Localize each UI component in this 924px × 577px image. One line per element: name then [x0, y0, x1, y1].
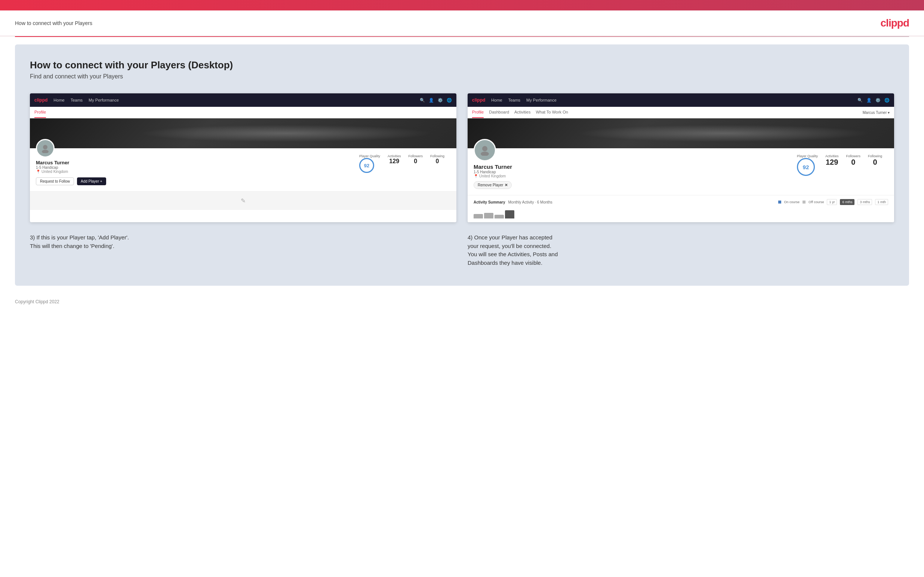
chart-bar-3 [494, 215, 504, 219]
activity-summary-bar: Activity Summary Monthly Activity · 6 Mo… [468, 195, 894, 222]
left-app-nav: clippd Home Teams My Performance 🔍 👤 ⚙️ … [30, 93, 456, 107]
edit-icon: ✎ [241, 197, 246, 204]
right-app-nav: clippd Home Teams My Performance 🔍 👤 ⚙️ … [468, 93, 894, 107]
left-description-text: 3) If this is your Player tap, 'Add Play… [30, 234, 129, 249]
chart-bar-1 [473, 214, 483, 219]
right-profile-section: Marcus Turner 1-5 Handicap 📍 United King… [468, 148, 894, 195]
right-nav-home[interactable]: Home [491, 98, 502, 102]
top-bar [0, 0, 924, 10]
remove-player-x-icon: ✕ [505, 183, 507, 187]
right-stats-row: Player Quality 92 Activities 129 Followe… [797, 154, 882, 176]
off-course-dot [803, 201, 806, 203]
right-description-text: 4) Once your Player has acceptedyour req… [468, 234, 558, 266]
off-course-label: Off course [809, 200, 824, 204]
on-course-label: On course [784, 200, 800, 204]
left-profile-section: Marcus Turner 1-5 Handicap 📍 United King… [30, 148, 456, 191]
copyright-text: Copyright Clippd 2022 [15, 299, 60, 305]
add-player-button[interactable]: Add Player + [77, 177, 106, 185]
left-nav-teams[interactable]: Teams [71, 98, 82, 102]
location-icon: 📍 [36, 169, 40, 174]
divider [15, 36, 909, 37]
time-btn-1mth[interactable]: 1 mth [875, 199, 888, 205]
left-profile-name: Marcus Turner [36, 160, 106, 166]
right-nav-teams[interactable]: Teams [508, 98, 520, 102]
right-quality-circle: 92 [797, 158, 815, 176]
page-heading: How to connect with your Players (Deskto… [30, 60, 894, 71]
right-tab-dashboard[interactable]: Dashboard [489, 107, 509, 118]
activity-legend: On course Off course [778, 200, 824, 204]
left-avatar [36, 139, 55, 158]
time-btn-6mths[interactable]: 6 mths [840, 199, 855, 205]
left-description: 3) If this is your Player tap, 'Add Play… [30, 234, 456, 267]
left-profile-location: 📍 United Kingdom [36, 169, 106, 174]
logo: clippd [880, 17, 909, 29]
right-profile-handicap: 1-5 Handicap [473, 170, 512, 174]
right-profile-icon[interactable]: 👤 [866, 98, 872, 103]
activity-summary-subtitle: Monthly Activity · 6 Months [508, 200, 552, 204]
settings-icon[interactable]: ⚙️ [438, 98, 443, 103]
left-quality-circle: 92 [359, 158, 374, 173]
chart-bar-2 [484, 213, 493, 219]
right-search-icon[interactable]: 🔍 [858, 98, 863, 103]
right-profile-name: Marcus Turner [473, 164, 512, 170]
time-btn-1yr[interactable]: 1 yr [827, 199, 837, 205]
right-tab-profile[interactable]: Profile [472, 107, 484, 118]
left-stat-activities: Activities 129 [388, 154, 401, 165]
right-tab-activities[interactable]: Activities [514, 107, 530, 118]
activity-controls: On course Off course 1 yr 6 mths 3 mths … [778, 199, 888, 205]
right-nav-myperformance[interactable]: My Performance [526, 98, 557, 102]
left-tab-profile[interactable]: Profile [34, 107, 46, 118]
right-nav-icons: 🔍 👤 ⚙️ 🌐 [858, 98, 890, 103]
right-profile-location: 📍 United Kingdom [473, 174, 512, 178]
svg-point-2 [482, 146, 488, 151]
left-nav-logo: clippd [34, 97, 47, 103]
left-nav-myperformance[interactable]: My Performance [89, 98, 119, 102]
activity-chart [473, 207, 888, 219]
right-avatar [473, 139, 496, 161]
page-subheading: Find and connect with your Players [30, 73, 894, 80]
chart-bar-4 [505, 210, 514, 219]
right-app-tabs: Profile Dashboard Activities What To Wor… [468, 107, 894, 118]
header: How to connect with your Players clippd [0, 10, 924, 36]
svg-point-3 [481, 152, 489, 156]
right-stat-followers: Followers 0 [846, 154, 861, 166]
left-banner-image [30, 118, 456, 148]
profile-icon[interactable]: 👤 [429, 98, 434, 103]
search-icon[interactable]: 🔍 [420, 98, 425, 103]
activity-summary-header: Activity Summary Monthly Activity · 6 Mo… [473, 199, 888, 205]
right-stat-following: Following 0 [868, 154, 882, 166]
screenshots-row: clippd Home Teams My Performance 🔍 👤 ⚙️ … [30, 93, 894, 222]
left-profile-handicap: 1-5 Handicap [36, 166, 106, 169]
right-settings-icon[interactable]: ⚙️ [876, 98, 880, 103]
activity-summary-title: Activity Summary [473, 200, 505, 204]
right-profile-dropdown[interactable]: Marcus Turner ▾ [863, 111, 890, 114]
globe-icon[interactable]: 🌐 [447, 98, 452, 103]
breadcrumb: How to connect with your Players [15, 20, 92, 26]
on-course-dot [778, 201, 781, 203]
right-tab-whattoworkon[interactable]: What To Work On [536, 107, 568, 118]
remove-player-button[interactable]: Remove Player ✕ [473, 181, 512, 189]
right-location-icon: 📍 [473, 174, 478, 178]
main-content: How to connect with your Players (Deskto… [15, 44, 909, 286]
left-stat-quality: Player Quality 92 [359, 154, 380, 173]
left-stat-following: Following 0 [430, 154, 444, 165]
right-description: 4) Once your Player has acceptedyour req… [468, 234, 894, 267]
svg-point-0 [43, 145, 47, 149]
footer: Copyright Clippd 2022 [0, 293, 924, 310]
left-stats-row: Player Quality 92 Activities 129 Followe… [359, 154, 444, 173]
remove-player-label: Remove Player [478, 183, 503, 187]
right-screenshot: clippd Home Teams My Performance 🔍 👤 ⚙️ … [468, 93, 894, 222]
left-profile-banner [30, 118, 456, 148]
left-nav-home[interactable]: Home [53, 98, 64, 102]
request-to-follow-button[interactable]: Request to Follow [36, 177, 74, 185]
left-nav-icons: 🔍 👤 ⚙️ 🌐 [420, 98, 452, 103]
right-profile-banner [468, 118, 894, 148]
left-app-tabs: Profile [30, 107, 456, 118]
right-tabs-list: Profile Dashboard Activities What To Wor… [472, 107, 568, 118]
time-btn-3mths[interactable]: 3 mths [858, 199, 872, 205]
right-stat-quality: Player Quality 92 [797, 154, 818, 176]
right-globe-icon[interactable]: 🌐 [884, 98, 890, 103]
left-screenshot-bottom: ✎ [30, 191, 456, 210]
right-banner-image [468, 118, 894, 148]
descriptions-row: 3) If this is your Player tap, 'Add Play… [30, 234, 894, 267]
